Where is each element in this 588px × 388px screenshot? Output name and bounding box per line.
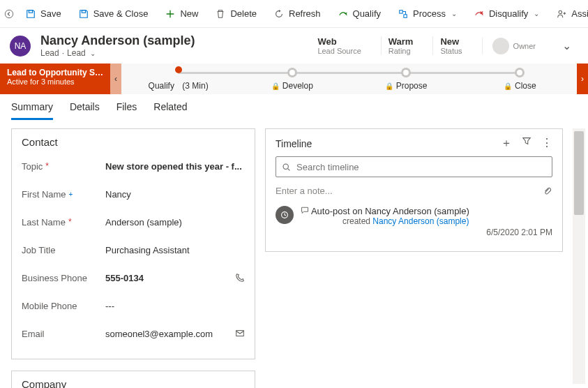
qualify-button[interactable]: Qualify [332,6,386,22]
timeline-item-title: Auto-post on Nancy Anderson (sample) [311,206,469,216]
back-icon[interactable] [4,8,14,20]
field-job-title[interactable]: Job Title Purchasing Assistant [22,236,245,264]
process-button[interactable]: Process ⌄ [392,6,462,22]
save-label: Save [40,8,61,19]
record-title: Nancy Anderson (sample) [40,33,195,48]
save-button[interactable]: Save [20,6,67,22]
timeline-note-input[interactable]: Enter a note... [276,183,552,203]
tab-details[interactable]: Details [70,101,100,120]
avatar: NA [10,36,31,57]
timeline-overflow[interactable]: ⋮ [541,136,552,151]
timeline-item-link[interactable]: Nancy Anderson (sample) [372,216,469,226]
timeline-item-date: 6/5/2020 2:01 PM [301,227,552,237]
field-business-phone[interactable]: Business Phone 555-0134 [22,264,245,292]
record-header: NA Nancy Anderson (sample) Lead · Lead ⌄… [0,28,588,64]
required-icon: * [45,161,49,171]
process-label: Process [413,8,446,19]
timeline-item[interactable]: Auto-post on Nancy Anderson (sample) cre… [276,203,552,240]
svg-rect-4 [404,14,407,17]
timeline-search-input[interactable] [295,161,546,173]
qualify-label: Qualify [353,8,381,19]
refresh-icon [273,8,285,20]
assign-icon [556,8,567,20]
disqualify-label: Disqualify [489,8,528,19]
delete-label: Delete [230,8,257,19]
lock-icon: 🔒 [385,82,393,90]
tab-summary[interactable]: Summary [11,101,53,120]
chevron-down-icon: ⌄ [451,10,457,17]
header-stat-lead-source: Web Lead Source [310,36,368,55]
timeline-title: Timeline [276,138,312,149]
trash-icon [215,8,226,20]
stage-close[interactable]: 🔒Close [463,64,577,94]
new-label: New [180,8,198,19]
field-first-name-value[interactable]: Nancy [105,189,245,200]
field-last-name[interactable]: Last Name* Anderson (sample) [22,208,245,236]
mail-icon[interactable] [235,329,245,338]
process-bar: Lead to Opportunity Sale... Active for 3… [0,64,588,94]
save-close-button[interactable]: Save & Close [73,6,154,22]
avatar-initials: NA [15,41,27,51]
field-topic-value[interactable]: New store opened this year - f... [105,161,245,172]
form-tabs: Summary Details Files Related [0,94,588,120]
contact-title: Contact [22,136,245,148]
field-mobile-phone[interactable]: Mobile Phone --- [22,292,245,320]
field-job-title-value[interactable]: Purchasing Assistant [105,245,245,255]
header-expand[interactable]: ⌄ [555,39,578,52]
process-scroll-right[interactable]: › [577,64,588,94]
process-duration: Active for 3 minutes [7,77,103,86]
stage-develop[interactable]: 🔒Develop [235,64,349,94]
record-heading: Nancy Anderson (sample) Lead · Lead ⌄ [40,33,195,58]
header-stat-status: New Status [432,36,469,55]
form-selector[interactable]: Lead [67,48,86,58]
svg-rect-3 [400,10,402,13]
plus-icon [165,8,176,20]
tab-files[interactable]: Files [116,101,137,120]
header-stat-rating: Warm Rating [381,36,421,55]
timeline-add-button[interactable]: ＋ [501,136,512,151]
svg-rect-1 [29,10,32,13]
lock-icon: 🔒 [271,82,280,90]
phone-icon[interactable] [235,273,245,283]
timeline-filter-button[interactable] [522,136,532,151]
field-mobile-phone-value[interactable]: --- [105,301,245,311]
field-email[interactable]: Email someonel3@example.com [22,320,245,348]
refresh-button[interactable]: Refresh [268,6,326,22]
owner-avatar[interactable] [492,38,509,54]
field-business-phone-value[interactable]: 555-0134 [105,273,231,283]
svg-rect-2 [82,10,85,13]
chat-icon [301,206,311,216]
refresh-label: Refresh [289,8,321,19]
stage-propose[interactable]: 🔒Propose [349,64,463,94]
chevron-down-icon[interactable]: ⌄ [90,50,96,57]
company-title: Company [22,378,245,388]
autopost-icon [276,206,294,224]
stage-qualify[interactable]: Qualify (3 Min) [121,64,235,94]
field-last-name-value[interactable]: Anderson (sample) [105,217,245,227]
recommended-icon: + [69,191,73,198]
field-topic[interactable]: Topic* New store opened this year - f... [22,152,245,180]
process-name: Lead to Opportunity Sale... [7,68,103,77]
delete-button[interactable]: Delete [209,6,262,22]
scroll-thumb[interactable] [574,131,584,215]
process-icon [398,8,409,20]
assign-label: Assign [571,8,588,19]
disqualify-button[interactable]: Disqualify ⌄ [468,6,545,22]
process-name-chip[interactable]: Lead to Opportunity Sale... Active for 3… [0,64,110,94]
timeline-search[interactable] [276,156,552,177]
assign-button[interactable]: Assign [550,6,588,22]
process-collapse-left[interactable]: ‹ [110,64,121,94]
chevron-down-icon: ⌄ [534,10,539,17]
vertical-scrollbar[interactable] [573,128,585,384]
paperclip-icon[interactable] [543,186,552,196]
new-button[interactable]: New [159,6,204,22]
lock-icon: 🔒 [504,82,512,90]
form-body: Contact Topic* New store opened this yea… [0,120,588,388]
qualify-icon [338,8,349,20]
timeline-section: Timeline ＋ ⋮ Enter a note... [265,128,563,252]
search-icon [282,163,291,172]
save-close-icon [78,8,89,20]
field-first-name[interactable]: First Name+ Nancy [22,180,245,208]
field-email-value[interactable]: someonel3@example.com [105,329,231,339]
tab-related[interactable]: Related [153,101,187,120]
